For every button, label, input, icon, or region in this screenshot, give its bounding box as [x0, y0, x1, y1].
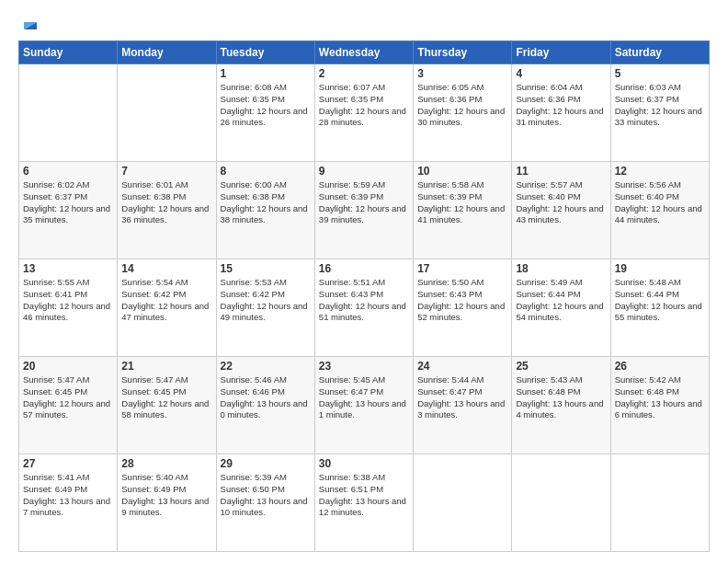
col-tuesday: Tuesday — [216, 41, 314, 64]
day-number: 5 — [615, 67, 705, 80]
cell-info: Sunrise: 5:46 AM Sunset: 6:46 PM Dayligh… — [221, 374, 311, 421]
calendar-cell: 3Sunrise: 6:05 AM Sunset: 6:36 PM Daylig… — [414, 64, 512, 162]
day-number: 16 — [319, 262, 409, 275]
cell-info: Sunrise: 5:45 AM Sunset: 6:47 PM Dayligh… — [319, 374, 409, 421]
day-number: 1 — [221, 67, 311, 80]
calendar-cell: 9Sunrise: 5:59 AM Sunset: 6:39 PM Daylig… — [314, 162, 413, 259]
cell-info: Sunrise: 5:56 AM Sunset: 6:40 PM Dayligh… — [615, 179, 705, 226]
day-number: 11 — [516, 165, 606, 178]
calendar-cell: 14Sunrise: 5:54 AM Sunset: 6:42 PM Dayli… — [118, 259, 216, 357]
calendar-cell — [610, 454, 709, 552]
day-number: 28 — [121, 457, 211, 470]
calendar-cell: 15Sunrise: 5:53 AM Sunset: 6:42 PM Dayli… — [216, 259, 314, 357]
calendar-cell: 24Sunrise: 5:44 AM Sunset: 6:47 PM Dayli… — [414, 357, 512, 454]
calendar-cell: 6Sunrise: 6:02 AM Sunset: 6:37 PM Daylig… — [19, 162, 118, 259]
day-number: 8 — [221, 165, 311, 178]
cell-info: Sunrise: 5:43 AM Sunset: 6:48 PM Dayligh… — [516, 374, 606, 421]
calendar-cell: 17Sunrise: 5:50 AM Sunset: 6:43 PM Dayli… — [414, 259, 512, 357]
cell-info: Sunrise: 6:07 AM Sunset: 6:35 PM Dayligh… — [319, 82, 409, 129]
cell-info: Sunrise: 5:42 AM Sunset: 6:48 PM Dayligh… — [615, 374, 705, 421]
week-row-3: 13Sunrise: 5:55 AM Sunset: 6:41 PM Dayli… — [19, 259, 710, 357]
day-number: 3 — [417, 67, 507, 80]
calendar-cell: 26Sunrise: 5:42 AM Sunset: 6:48 PM Dayli… — [610, 357, 709, 454]
cell-info: Sunrise: 5:47 AM Sunset: 6:45 PM Dayligh… — [23, 374, 113, 421]
day-number: 27 — [23, 457, 113, 470]
day-number: 15 — [221, 262, 311, 275]
calendar-cell: 7Sunrise: 6:01 AM Sunset: 6:38 PM Daylig… — [118, 162, 216, 259]
day-number: 20 — [23, 360, 113, 373]
calendar-cell: 8Sunrise: 6:00 AM Sunset: 6:38 PM Daylig… — [216, 162, 314, 259]
day-number: 7 — [121, 165, 211, 178]
day-number: 22 — [221, 360, 311, 373]
col-saturday: Saturday — [610, 41, 709, 64]
day-number: 2 — [319, 67, 409, 80]
day-number: 12 — [615, 165, 705, 178]
cell-info: Sunrise: 5:57 AM Sunset: 6:40 PM Dayligh… — [516, 179, 606, 226]
calendar-cell: 10Sunrise: 5:58 AM Sunset: 6:39 PM Dayli… — [414, 162, 512, 259]
cell-info: Sunrise: 6:01 AM Sunset: 6:38 PM Dayligh… — [121, 179, 211, 226]
cell-info: Sunrise: 6:00 AM Sunset: 6:38 PM Dayligh… — [221, 179, 311, 226]
cell-info: Sunrise: 6:03 AM Sunset: 6:37 PM Dayligh… — [615, 82, 705, 129]
calendar-cell — [118, 64, 216, 162]
cell-info: Sunrise: 5:58 AM Sunset: 6:39 PM Dayligh… — [417, 179, 507, 226]
logo — [18, 15, 40, 31]
col-friday: Friday — [512, 41, 610, 64]
day-number: 21 — [121, 360, 211, 373]
cell-info: Sunrise: 5:50 AM Sunset: 6:43 PM Dayligh… — [417, 277, 507, 324]
week-row-1: 1Sunrise: 6:08 AM Sunset: 6:35 PM Daylig… — [19, 64, 710, 162]
cell-info: Sunrise: 5:48 AM Sunset: 6:44 PM Dayligh… — [615, 277, 705, 324]
logo-icon — [20, 13, 40, 33]
day-number: 26 — [615, 360, 705, 373]
cell-info: Sunrise: 5:44 AM Sunset: 6:47 PM Dayligh… — [417, 374, 507, 421]
calendar-cell: 11Sunrise: 5:57 AM Sunset: 6:40 PM Dayli… — [512, 162, 610, 259]
calendar-cell: 28Sunrise: 5:40 AM Sunset: 6:49 PM Dayli… — [118, 454, 216, 552]
day-number: 4 — [516, 67, 606, 80]
calendar-cell: 12Sunrise: 5:56 AM Sunset: 6:40 PM Dayli… — [610, 162, 709, 259]
day-number: 6 — [23, 165, 113, 178]
calendar-cell: 27Sunrise: 5:41 AM Sunset: 6:49 PM Dayli… — [19, 454, 118, 552]
day-number: 17 — [417, 262, 507, 275]
cell-info: Sunrise: 5:39 AM Sunset: 6:50 PM Dayligh… — [221, 472, 311, 519]
calendar-cell: 19Sunrise: 5:48 AM Sunset: 6:44 PM Dayli… — [610, 259, 709, 357]
calendar-cell: 16Sunrise: 5:51 AM Sunset: 6:43 PM Dayli… — [314, 259, 413, 357]
cell-info: Sunrise: 5:41 AM Sunset: 6:49 PM Dayligh… — [23, 472, 113, 519]
day-number: 30 — [319, 457, 409, 470]
cell-info: Sunrise: 6:02 AM Sunset: 6:37 PM Dayligh… — [23, 179, 113, 226]
day-number: 9 — [319, 165, 409, 178]
cell-info: Sunrise: 5:38 AM Sunset: 6:51 PM Dayligh… — [319, 472, 409, 519]
calendar-cell — [414, 454, 512, 552]
day-number: 24 — [417, 360, 507, 373]
calendar-cell: 2Sunrise: 6:07 AM Sunset: 6:35 PM Daylig… — [314, 64, 413, 162]
day-number: 19 — [615, 262, 705, 275]
cell-info: Sunrise: 5:40 AM Sunset: 6:49 PM Dayligh… — [121, 472, 211, 519]
calendar-cell: 29Sunrise: 5:39 AM Sunset: 6:50 PM Dayli… — [216, 454, 314, 552]
day-number: 23 — [319, 360, 409, 373]
cell-info: Sunrise: 5:53 AM Sunset: 6:42 PM Dayligh… — [221, 277, 311, 324]
calendar-cell: 1Sunrise: 6:08 AM Sunset: 6:35 PM Daylig… — [216, 64, 314, 162]
calendar-cell: 5Sunrise: 6:03 AM Sunset: 6:37 PM Daylig… — [610, 64, 709, 162]
calendar-cell: 23Sunrise: 5:45 AM Sunset: 6:47 PM Dayli… — [314, 357, 413, 454]
cell-info: Sunrise: 6:04 AM Sunset: 6:36 PM Dayligh… — [516, 82, 606, 129]
calendar-cell — [512, 454, 610, 552]
cell-info: Sunrise: 6:08 AM Sunset: 6:35 PM Dayligh… — [221, 82, 311, 129]
page: Sunday Monday Tuesday Wednesday Thursday… — [0, 0, 728, 563]
col-thursday: Thursday — [414, 41, 512, 64]
calendar-cell: 25Sunrise: 5:43 AM Sunset: 6:48 PM Dayli… — [512, 357, 610, 454]
cell-info: Sunrise: 5:59 AM Sunset: 6:39 PM Dayligh… — [319, 179, 409, 226]
calendar-cell: 18Sunrise: 5:49 AM Sunset: 6:44 PM Dayli… — [512, 259, 610, 357]
week-row-2: 6Sunrise: 6:02 AM Sunset: 6:37 PM Daylig… — [19, 162, 710, 259]
calendar-header-row: Sunday Monday Tuesday Wednesday Thursday… — [19, 41, 710, 64]
calendar-cell: 4Sunrise: 6:04 AM Sunset: 6:36 PM Daylig… — [512, 64, 610, 162]
day-number: 14 — [121, 262, 211, 275]
cell-info: Sunrise: 5:54 AM Sunset: 6:42 PM Dayligh… — [121, 277, 211, 324]
cell-info: Sunrise: 5:47 AM Sunset: 6:45 PM Dayligh… — [121, 374, 211, 421]
calendar-cell: 22Sunrise: 5:46 AM Sunset: 6:46 PM Dayli… — [216, 357, 314, 454]
col-wednesday: Wednesday — [314, 41, 413, 64]
cell-info: Sunrise: 5:49 AM Sunset: 6:44 PM Dayligh… — [516, 277, 606, 324]
col-sunday: Sunday — [19, 41, 118, 64]
day-number: 18 — [516, 262, 606, 275]
day-number: 25 — [516, 360, 606, 373]
cell-info: Sunrise: 6:05 AM Sunset: 6:36 PM Dayligh… — [417, 82, 507, 129]
calendar-cell: 13Sunrise: 5:55 AM Sunset: 6:41 PM Dayli… — [19, 259, 118, 357]
cell-info: Sunrise: 5:55 AM Sunset: 6:41 PM Dayligh… — [23, 277, 113, 324]
